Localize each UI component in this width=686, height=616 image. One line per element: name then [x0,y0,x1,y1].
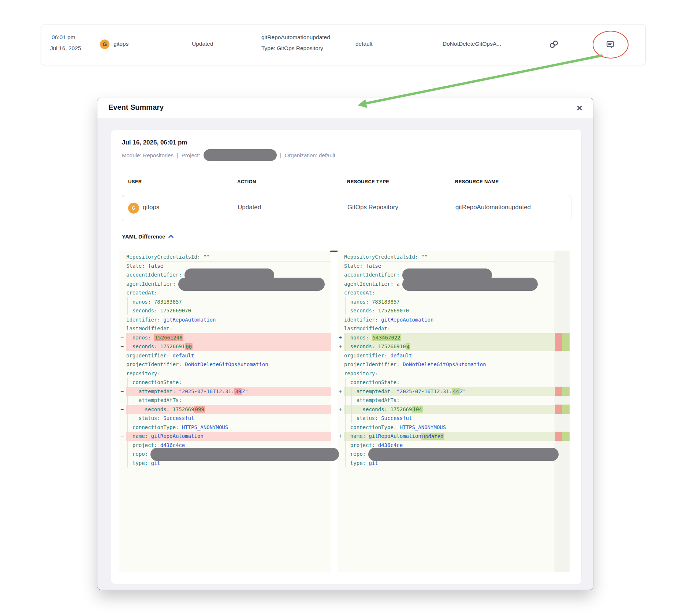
diff-line: + nanos: 543467022 [338,333,555,342]
diff-line: projectIdentifier: DoNotDeleteGitOpsAuto… [338,360,555,369]
audit-trail-row[interactable]: 06:01 pm Jul 16, 2025 G gitops Updated g… [41,24,646,65]
diff-line: seconds: 1752669070 [338,306,555,315]
diff-line: projectIdentifier: DoNotDeleteGitOpsAuto… [119,360,331,369]
modal-header: Event Summary ✕ [97,98,593,118]
diff-line: connectionState: [338,378,555,387]
diff-line: RepositoryCredentialsId: "" [119,252,331,262]
yaml-diff-viewer[interactable]: RepositoryCredentialsId: ""Stale: falsea… [119,251,571,572]
diff-line: orgIdentifier: default [119,351,331,360]
organization-label: Organization: default [285,152,335,158]
row-action: Updated [238,204,261,211]
redacted-value [178,278,325,291]
diff-line: connectionType: HTTPS_ANONYMOUS [119,423,331,432]
diff-line: agentIdentifier: [119,279,331,289]
chevron-up-icon[interactable] [168,234,174,238]
event-meta: Module: Repositories | Project: | Organi… [122,149,335,162]
col-resource-type: RESOURCE TYPE [347,179,389,184]
minimap-change-marker [555,333,570,351]
diff-line: orgIdentifier: default [338,351,555,360]
col-user: USER [128,179,142,184]
diff-line: attemptedAtTs: [119,396,331,405]
action-label: Updated [192,41,213,47]
diff-line: identifier: gitRepoAutomation [119,315,331,324]
diff-line: status: Successful [119,414,331,423]
resource-type-label: Type: GitOps Repository [261,45,323,52]
modal-title: Event Summary [108,103,164,112]
redacted-value [368,448,559,461]
project-label: DoNotDeleteGitOpsA... [443,41,501,47]
diff-line: agentIdentifier: a [338,279,555,289]
diff-line: repo: [338,450,555,459]
org-label: default [355,41,373,47]
diff-line: lastModifiedAt: [119,324,331,333]
event-card: Jul 16, 2025, 06:01 pm Module: Repositor… [111,130,581,584]
diff-line: + seconds: 1752669104 [338,342,555,351]
avatar: G [100,40,109,49]
diff-line: identifier: gitRepoAutomation [338,315,555,324]
resource-link[interactable]: gitRepoAutomationupdated [261,34,330,41]
module-label: Module: Repositories [122,152,174,158]
close-icon[interactable]: ✕ [574,103,585,114]
event-summary-modal: Event Summary ✕ Jul 16, 2025, 06:01 pm M… [97,98,593,590]
diff-line: − seconds: 1752669099 [119,405,331,414]
minimap-change-marker [555,432,570,441]
yaml-difference-toggle[interactable]: YAML Difference [122,233,174,240]
modal-body: Jul 16, 2025, 06:01 pm Module: Repositor… [97,118,593,590]
highlight-ellipse [593,31,629,59]
row-user: gitops [143,204,159,211]
diff-line: nanos: 783183857 [119,297,331,307]
user-name: gitops [113,41,128,47]
col-action: ACTION [237,179,256,184]
avatar: G [128,203,139,214]
row-resource-name: gitRepoAutomationupdated [455,204,531,211]
diff-gutter [331,251,338,572]
page: 06:01 pm Jul 16, 2025 G gitops Updated g… [0,0,686,616]
diff-line: − seconds: 1752669100 [119,342,331,351]
redacted-project-value [204,149,277,161]
diff-line: status: Successful [338,414,555,423]
redacted-value [150,448,339,461]
minimap-change-marker [555,405,570,414]
diff-line: repo: [119,450,331,459]
gutter-dash [330,251,338,252]
table-row: G gitops Updated GitOps Repository gitRe… [122,195,571,221]
row-resource-type: GitOps Repository [347,204,398,211]
minimap-change-marker [555,387,570,396]
diff-line: − nanos: 152661248 [119,333,331,342]
event-time: 06:01 pm [52,34,75,41]
event-date: Jul 16, 2025 [50,45,81,52]
diff-line: RepositoryCredentialsId: "" [338,252,555,262]
col-resource-name: RESOURCE NAME [455,179,499,184]
event-datetime: Jul 16, 2025, 06:01 pm [122,139,187,146]
diff-line: lastModifiedAt: [338,324,555,333]
diff-line: + seconds: 1752669104 [338,405,555,414]
redacted-value [402,278,538,291]
diff-line: + name: gitRepoAutomationupdated [338,432,555,441]
diff-line: − attemptedAt: "2025-07-16T12:31:39Z" [119,387,331,396]
diff-line: nanos: 783183857 [338,297,555,307]
diff-line: seconds: 1752669070 [119,306,331,315]
diff-line: repository: [119,369,331,378]
diff-pane-right[interactable]: RepositoryCredentialsId: ""Stale: falsea… [338,251,555,572]
diff-minimap[interactable] [555,251,570,572]
project-label: Project: [182,152,200,158]
diff-line: − name: gitRepoAutomation [119,432,331,441]
diff-line: connectionState: [119,378,331,387]
diff-line: attemptedAtTs: [338,396,555,405]
diff-spacer [570,251,571,572]
diff-line: + attemptedAt: "2025-07-16T12:31:44Z" [338,387,555,396]
link-icon[interactable] [549,40,559,49]
diff-pane-left[interactable]: RepositoryCredentialsId: ""Stale: falsea… [119,251,331,572]
diff-line: repository: [338,369,555,378]
diff-line: connectionType: HTTPS_ANONYMOUS [338,423,555,432]
